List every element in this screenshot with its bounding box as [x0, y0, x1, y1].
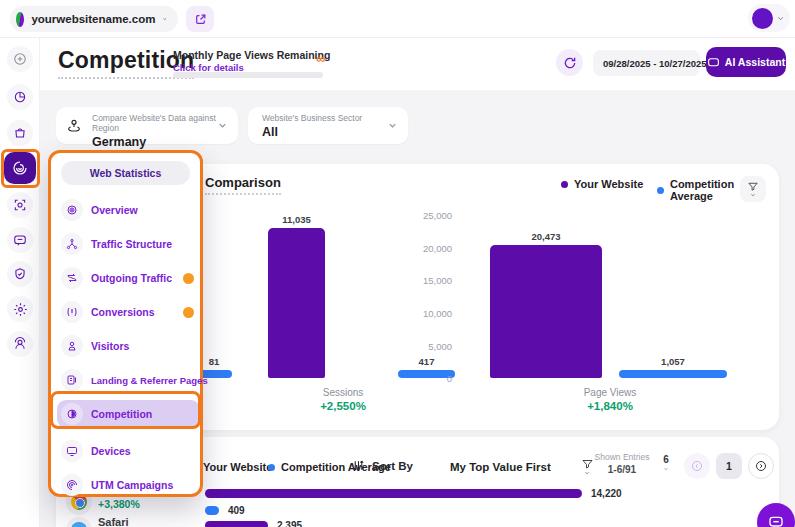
date-range-picker[interactable]: 09/28/2025 - 10/27/2025 — [593, 50, 700, 76]
pagination-prev-button[interactable] — [684, 453, 710, 479]
sidebar-chat-icon[interactable] — [7, 227, 33, 253]
menu-item-overview[interactable]: Overview — [57, 197, 200, 223]
chevron-down-icon — [776, 14, 785, 23]
ai-assistant-button[interactable]: AI Assistant — [706, 47, 786, 77]
quota-progress-bar — [173, 72, 323, 78]
refresh-icon — [563, 56, 577, 70]
comparison-title: Comparison — [205, 175, 281, 195]
notification-badge — [183, 273, 194, 284]
sidebar-shield-icon[interactable] — [7, 261, 33, 287]
shown-entries: Shown Entries 1-6/91 — [592, 452, 652, 475]
date-range-value: 09/28/2025 - 10/27/2025 — [603, 58, 707, 69]
chat-icon — [707, 56, 720, 69]
utm-campaigns-icon — [61, 474, 83, 496]
sidebar-settings-icon[interactable] — [7, 296, 33, 322]
menu-item-competition[interactable]: Competition — [57, 400, 200, 428]
sidebar — [0, 38, 40, 527]
funnel-icon — [747, 181, 759, 192]
menu-item-visitors[interactable]: Visitors — [57, 333, 200, 359]
chevron-down-icon — [387, 120, 398, 131]
overview-icon — [61, 199, 83, 221]
visitors-icon — [61, 335, 83, 357]
shown-entries-value: 1-6/91 — [592, 464, 652, 475]
sort-by-label: Sort By — [372, 460, 413, 472]
region-filter-value: Germany — [92, 135, 238, 149]
chevron-down-icon — [162, 14, 168, 24]
arrow-right-circle-icon — [755, 460, 767, 472]
chat-icon — [768, 514, 784, 527]
menu-item-conversions[interactable]: Conversions — [57, 299, 200, 325]
top-bar: yourwebsitename.com — [0, 0, 795, 38]
notification-badge — [183, 307, 194, 318]
user-menu[interactable] — [748, 4, 790, 32]
legend-dot-blue — [268, 464, 275, 471]
menu-item-utm-campaigns[interactable]: UTM Campaigns — [57, 472, 200, 498]
sort-icon — [352, 459, 365, 472]
chevron-down-icon — [217, 120, 228, 131]
avatar — [752, 8, 773, 29]
sidebar-support-icon[interactable] — [7, 331, 33, 357]
menu-header: Web Statistics — [61, 161, 190, 185]
conversions-icon — [61, 301, 83, 323]
website-name: yourwebsitename.com — [31, 13, 155, 25]
quota-value: ∞ — [316, 51, 325, 66]
pagination-current-page[interactable]: 1 — [716, 453, 742, 479]
sidebar-collapse-icon[interactable] — [7, 46, 33, 72]
sector-filter[interactable]: Website's Business Sector All — [248, 107, 408, 144]
legend-dot-blue — [657, 187, 664, 194]
row-name: Safari — [98, 516, 129, 527]
page-size-value: 6 — [656, 454, 676, 465]
sector-filter-label: Website's Business Sector — [262, 113, 362, 123]
open-website-button[interactable] — [186, 6, 214, 32]
menu-item-traffic-structure[interactable]: Traffic Structure — [57, 231, 200, 257]
page-header: Competition Monthly Page Views Remaining… — [40, 38, 795, 90]
refresh-button[interactable] — [556, 49, 583, 76]
menu-item-landing-referrer-pages[interactable]: Landing & Referrer Pages — [57, 367, 200, 393]
chevron-down-icon — [749, 192, 757, 198]
region-filter[interactable]: Compare Website's Data against Region Ge… — [56, 107, 238, 144]
chart-filter-button[interactable] — [740, 176, 766, 202]
legend-dot-purple — [561, 181, 568, 188]
external-link-icon — [194, 13, 207, 26]
safari-icon — [71, 522, 87, 527]
traffic-structure-icon — [61, 233, 83, 255]
landing-pages-icon — [61, 369, 83, 391]
sidebar-scan-icon[interactable] — [7, 192, 33, 218]
chevron-down-icon — [662, 466, 670, 472]
pagination-next-button[interactable] — [748, 453, 774, 479]
row-change: +3,380% — [98, 498, 140, 510]
sector-filter-value: All — [262, 125, 362, 139]
legend-your-website: Your Website — [561, 178, 643, 190]
website-favicon-icon — [16, 12, 24, 27]
region-pin-icon — [66, 117, 82, 133]
menu-item-devices[interactable]: Devices — [57, 438, 200, 464]
outgoing-traffic-icon — [61, 267, 83, 289]
sidebar-dashboard-icon[interactable] — [7, 84, 33, 110]
sort-value[interactable]: My Top Value First — [450, 461, 551, 473]
quota-title: Monthly Page Views Remaining — [173, 49, 330, 61]
chat-fab-button[interactable] — [757, 503, 795, 527]
shown-entries-label: Shown Entries — [592, 452, 652, 462]
sidebar-web-statistics-active[interactable] — [4, 152, 36, 184]
chevron-down-icon — [583, 470, 591, 476]
menu-item-outgoing-traffic[interactable]: Outgoing Traffic — [57, 265, 200, 291]
arrow-left-circle-icon — [691, 460, 703, 472]
safari-avatar — [66, 517, 92, 527]
sort-by-control[interactable]: Sort By — [352, 459, 413, 472]
web-statistics-menu: Web Statistics Overview Traffic Structur… — [48, 150, 203, 497]
sidebar-shop-icon[interactable] — [7, 120, 33, 146]
ai-assistant-label: AI Assistant — [725, 56, 785, 68]
competition-icon — [61, 403, 83, 425]
website-selector[interactable]: yourwebsitename.com — [10, 6, 178, 32]
page-size-select[interactable]: 6 — [656, 454, 676, 472]
devices-icon — [61, 440, 83, 462]
